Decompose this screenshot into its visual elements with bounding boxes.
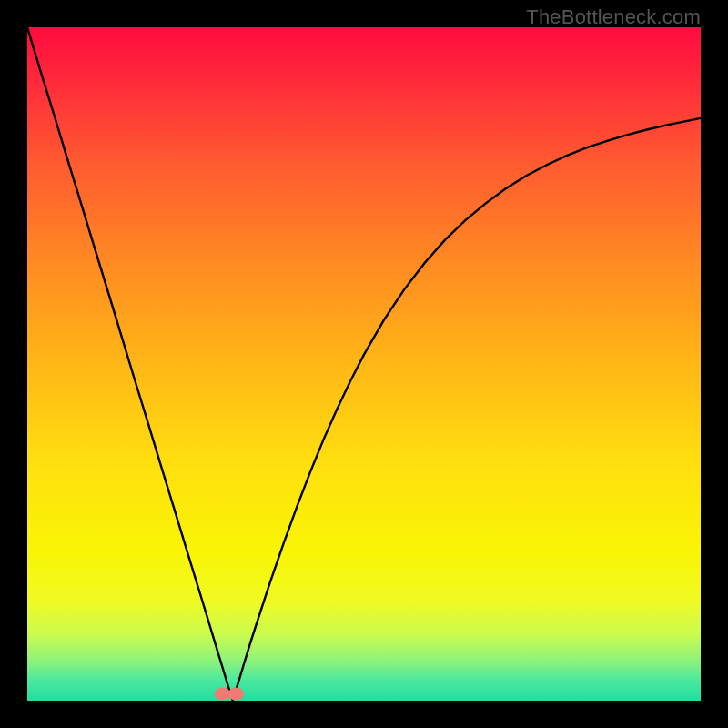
- sweet-spot-marker: [228, 688, 244, 701]
- gradient-background: [27, 27, 701, 701]
- outer-black-frame: TheBottleneck.com: [0, 0, 728, 728]
- plot-area: [27, 27, 701, 701]
- bottleneck-chart: [27, 27, 701, 701]
- watermark-text: TheBottleneck.com: [526, 5, 701, 29]
